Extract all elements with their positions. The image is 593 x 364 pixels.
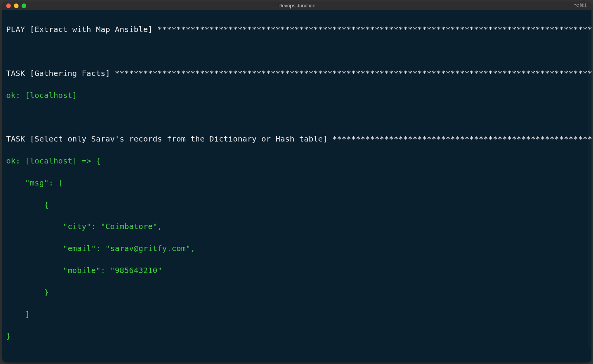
scrollbar[interactable]	[588, 25, 591, 347]
block-close: }	[6, 330, 588, 341]
terminal-window: Devops Junction ⌥⌘1 PLAY [Extract with M…	[2, 2, 591, 362]
window-shortcut: ⌥⌘1	[574, 2, 587, 9]
mobile-line: "mobile": "985643210"	[6, 265, 588, 276]
traffic-lights	[2, 3, 26, 8]
task-sarav: TASK [Select only Sarav's records from t…	[6, 133, 588, 144]
city-line: "city": "Coimbatore",	[6, 221, 588, 232]
minimize-icon[interactable]	[14, 3, 19, 8]
terminal-output[interactable]: PLAY [Extract with Map Ansible] ********…	[2, 10, 591, 362]
record-open: {	[6, 199, 588, 210]
task-gathering-facts: TASK [Gathering Facts] *****************…	[6, 68, 588, 79]
msg-open: "msg": [	[6, 177, 588, 188]
window-title: Devops Junction	[278, 2, 315, 9]
ok-localhost-open: ok: [localhost] => {	[6, 155, 588, 166]
ok-localhost: ok: [localhost]	[6, 90, 588, 101]
msg-close: ]	[6, 309, 588, 320]
titlebar[interactable]: Devops Junction ⌥⌘1	[2, 2, 591, 10]
close-icon[interactable]	[6, 3, 11, 8]
maximize-icon[interactable]	[22, 3, 26, 8]
email-line: "email": "sarav@gritfy.com",	[6, 243, 588, 254]
play-header: PLAY [Extract with Map Ansible] ********…	[6, 24, 588, 35]
record-close: }	[6, 287, 588, 298]
